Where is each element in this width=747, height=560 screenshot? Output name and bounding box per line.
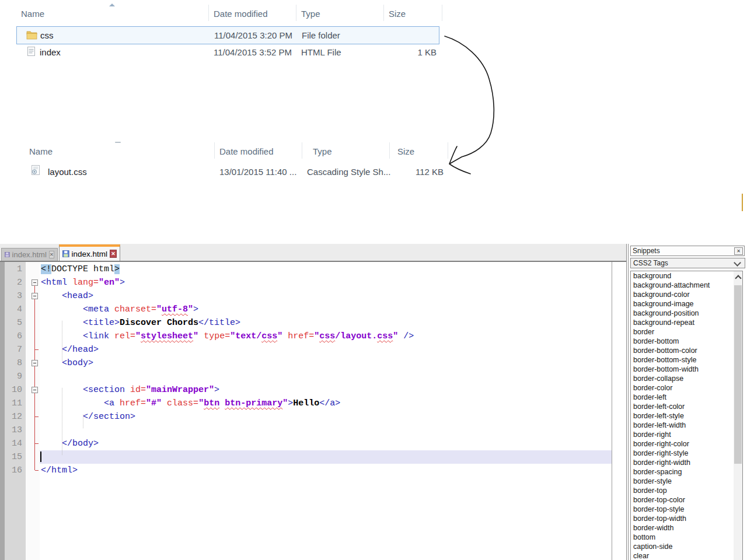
code-line[interactable]: [40, 370, 610, 383]
code-line[interactable]: </head>: [40, 343, 610, 356]
snippet-item[interactable]: background: [631, 271, 742, 281]
column-header-size[interactable]: Size: [389, 9, 406, 19]
snippet-item[interactable]: background-color: [631, 290, 742, 299]
explorer-bottom: Name Date modified Type Size layout.css …: [0, 138, 467, 184]
snippet-item[interactable]: clear: [631, 551, 742, 560]
code-token: [109, 304, 114, 314]
snippet-item[interactable]: border-top-style: [631, 505, 742, 514]
snippet-item[interactable]: border-collapse: [631, 374, 742, 383]
code-text-area[interactable]: <!DOCTYPE html><html lang="en"> <head> <…: [40, 262, 612, 560]
code-token: [67, 278, 72, 288]
snippets-scrollbar[interactable]: [734, 271, 742, 560]
column-header-size[interactable]: Size: [397, 146, 414, 156]
snippet-item[interactable]: border-left-width: [631, 421, 742, 430]
code-token: [41, 412, 83, 422]
snippet-item[interactable]: border-bottom-color: [631, 346, 742, 355]
snippet-item[interactable]: border-bottom: [631, 337, 742, 346]
file-row-css[interactable]: css 11/04/2015 3:20 PM File folder: [16, 26, 439, 44]
snippets-close-icon[interactable]: ✕: [734, 247, 743, 255]
code-line[interactable]: [40, 424, 610, 437]
snippet-item[interactable]: border-left-style: [631, 411, 742, 421]
column-header-date[interactable]: Date modified: [219, 146, 274, 156]
tab-index-html-inactive[interactable]: index.html ✕: [1, 248, 58, 261]
code-token: ": [135, 331, 141, 341]
snippet-item[interactable]: border-left: [631, 393, 742, 402]
column-divider[interactable]: [383, 5, 384, 21]
code-line[interactable]: [40, 450, 610, 464]
column-divider[interactable]: [296, 5, 296, 21]
tab-close-icon[interactable]: ✕: [49, 251, 54, 258]
snippet-item[interactable]: border-right-style: [631, 449, 742, 458]
column-header-name[interactable]: Name: [21, 9, 44, 19]
snippet-item[interactable]: background-position: [631, 309, 742, 318]
scrollbar-thumb[interactable]: [734, 285, 742, 464]
column-header-date[interactable]: Date modified: [214, 9, 268, 19]
column-divider[interactable]: [302, 142, 302, 159]
column-divider[interactable]: [389, 142, 390, 159]
line-number: 14: [6, 437, 22, 450]
snippet-item[interactable]: background-image: [631, 299, 742, 309]
code-line[interactable]: <head>: [40, 289, 610, 303]
fold-collapse-icon[interactable]: [32, 387, 38, 393]
snippet-item[interactable]: border-color: [631, 383, 742, 393]
snippet-item[interactable]: border-right-color: [631, 439, 742, 449]
snippet-item[interactable]: border-spacing: [631, 467, 742, 477]
snippet-item[interactable]: border-top-width: [631, 514, 742, 523]
column-divider[interactable]: [214, 142, 215, 159]
column-divider[interactable]: [208, 5, 209, 21]
snippet-item[interactable]: border-top-color: [631, 495, 742, 505]
code-token: utf-8: [162, 304, 188, 314]
code-token: css: [377, 331, 393, 341]
column-header-type[interactable]: Type: [301, 9, 320, 19]
panel-splitter[interactable]: [626, 244, 629, 560]
file-row-index[interactable]: index 11/04/2015 3:52 PM HTML File 1 KB: [16, 44, 438, 60]
fold-end-tick: [35, 443, 39, 444]
file-row-layout-css[interactable]: layout.css 13/01/2015 11:40 ... Cascadin…: [23, 163, 455, 180]
fold-collapse-icon[interactable]: [32, 293, 38, 299]
code-line[interactable]: </body>: [40, 437, 610, 450]
snippet-item[interactable]: border-left-color: [631, 402, 742, 411]
snippet-item[interactable]: border-right-width: [631, 458, 742, 467]
snippet-item[interactable]: bottom: [631, 533, 742, 542]
tab-index-html-active[interactable]: index.html ✕: [59, 244, 120, 261]
snippet-item[interactable]: border-bottom-width: [631, 365, 742, 374]
snippet-item[interactable]: border-style: [631, 477, 742, 486]
fold-collapse-icon[interactable]: [32, 279, 38, 286]
column-header-name[interactable]: Name: [29, 146, 53, 156]
code-token: [41, 304, 83, 314]
code-line[interactable]: </html>: [40, 464, 610, 477]
snippets-list[interactable]: backgroundbackground-attachmentbackgroun…: [630, 271, 743, 560]
snippet-item[interactable]: border-top: [631, 486, 742, 495]
fold-end-tick: [35, 349, 39, 350]
code-token: <title>: [83, 318, 120, 328]
code-line[interactable]: <title>Discover Chords</title>: [40, 316, 610, 330]
code-token: <link: [83, 331, 109, 341]
snippet-item[interactable]: background-attachment: [631, 281, 742, 290]
snippet-item[interactable]: background-repeat: [631, 318, 742, 327]
scroll-up-icon[interactable]: [735, 275, 741, 281]
code-line[interactable]: <link rel="stylesheet" type="text/css" h…: [40, 330, 610, 343]
code-token: ": [156, 304, 162, 314]
code-folding-margin[interactable]: [26, 262, 40, 560]
snippet-item[interactable]: border-width: [631, 523, 742, 533]
code-token: [41, 318, 83, 328]
code-line[interactable]: <body>: [40, 356, 610, 370]
tab-close-icon[interactable]: ✕: [110, 250, 117, 258]
code-line[interactable]: <section id="mainWrapper">: [40, 383, 610, 397]
code-line[interactable]: <a href="#" class="btn btn-primary">Hell…: [40, 397, 610, 410]
snippets-category-dropdown[interactable]: CSS2 Tags: [630, 258, 745, 268]
code-line[interactable]: <!DOCTYPE html>: [40, 262, 610, 276]
snippet-item[interactable]: border-right: [631, 430, 742, 439]
snippet-item[interactable]: border: [631, 327, 742, 337]
sort-ascending-icon: [109, 4, 115, 6]
code-line[interactable]: <html lang="en">: [40, 276, 610, 289]
fold-collapse-icon[interactable]: [32, 360, 38, 366]
file-type: Cascading Style Sh...: [307, 167, 390, 177]
line-number: 5: [6, 316, 22, 330]
column-header-type[interactable]: Type: [313, 146, 332, 156]
code-line[interactable]: </section>: [40, 410, 610, 424]
snippet-item[interactable]: caption-side: [631, 542, 742, 551]
column-divider[interactable]: [442, 5, 442, 21]
code-line[interactable]: <meta charset="utf-8">: [40, 303, 610, 316]
snippet-item[interactable]: border-bottom-style: [631, 355, 742, 365]
